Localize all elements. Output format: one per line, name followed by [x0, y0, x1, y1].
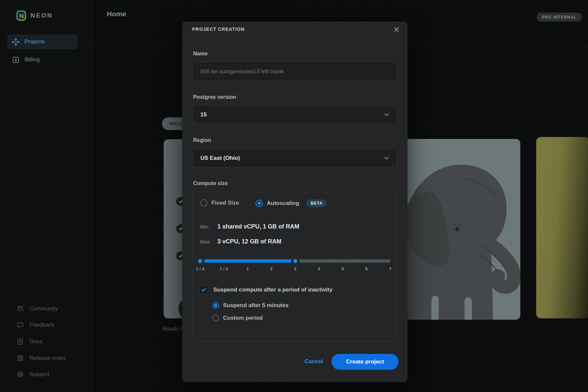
brand-wordmark: NEON: [31, 12, 53, 19]
suspend-5min-label: Suspend after 5 minutes: [223, 302, 288, 309]
tick-label: 7: [389, 266, 391, 271]
release-notes-icon: [17, 355, 24, 362]
svg-text:$: $: [15, 58, 17, 62]
checkbox-checked-icon[interactable]: [199, 285, 208, 294]
card-caption: Ready to: [163, 326, 185, 332]
slider-min-handle[interactable]: [196, 257, 204, 265]
sidebar-item-label: Projects: [25, 38, 45, 45]
billing-icon: $: [12, 56, 20, 64]
tick-label: 3: [294, 266, 296, 271]
tick-label: 1 / 4: [196, 266, 204, 271]
sidebar-item-support[interactable]: Support: [17, 371, 49, 378]
max-value: 3 vCPU, 12 GB of RAM: [217, 238, 281, 245]
max-label: Max:: [200, 239, 217, 244]
postgres-version-label: Postgres version: [193, 94, 236, 100]
compute-size-label: Compute size: [193, 180, 228, 186]
autoscaling-radio[interactable]: Autoscaling BETA: [256, 199, 327, 207]
tick-label: 2: [270, 266, 272, 271]
name-input[interactable]: [193, 62, 397, 81]
neon-logo-icon: [16, 10, 26, 21]
project-creation-modal: PROJECT CREATION Name Postgres version 1…: [182, 22, 407, 382]
postgres-version-value: 15: [200, 111, 207, 118]
region-select[interactable]: US East (Ohio): [193, 149, 397, 167]
tick-label: 5: [341, 266, 344, 271]
tick-label: 1 / 2: [220, 266, 228, 271]
chevron-down-icon: [383, 155, 390, 162]
compute-size-panel: Fixed Size Autoscaling BETA Min: 1 share…: [193, 192, 397, 342]
region-label: Region: [193, 137, 211, 143]
region-value: US East (Ohio): [200, 155, 240, 162]
modal-header: PROJECT CREATION: [182, 22, 407, 37]
yellow-card: [536, 137, 588, 318]
projects-icon: [12, 38, 20, 46]
radio-icon: [200, 199, 207, 207]
min-label: Min:: [200, 224, 217, 229]
slider-fill: [200, 259, 295, 263]
sidebar-item-docs[interactable]: Docs: [17, 338, 42, 345]
tick-label: 4: [318, 266, 320, 271]
custom-period-label: Custom period: [223, 315, 263, 321]
custom-period-radio[interactable]: Custom period: [212, 315, 263, 321]
sidebar-item-label: Community: [30, 305, 58, 312]
plan-badge: PRO INTERNAL: [537, 13, 582, 22]
suspend-checkbox-row[interactable]: Suspend compute after a period of inacti…: [199, 285, 332, 294]
slider-max-handle[interactable]: [291, 257, 300, 265]
cancel-button[interactable]: Cancel: [305, 358, 323, 365]
sidebar-item-label: Release notes: [30, 355, 66, 361]
autoscaling-label: Autoscaling: [267, 200, 299, 207]
compute-max-row: Max: 3 vCPU, 12 GB of RAM: [200, 238, 281, 245]
support-icon: [17, 371, 24, 378]
brand-logo[interactable]: NEON: [16, 10, 53, 21]
sidebar-item-label: Feedback: [30, 322, 54, 328]
fixed-size-radio[interactable]: Fixed Size: [200, 199, 239, 207]
tick-label: 6: [365, 266, 368, 271]
sidebar-item-projects[interactable]: Projects: [7, 34, 78, 49]
tick-label: 1: [247, 266, 249, 271]
compute-slider[interactable]: [200, 259, 390, 263]
sidebar-item-release-notes[interactable]: Release notes: [17, 355, 66, 362]
feedback-icon: [17, 321, 24, 329]
suspend-label: Suspend compute after a period of inacti…: [213, 287, 332, 293]
chevron-down-icon: [383, 111, 390, 118]
sidebar-item-billing[interactable]: $ Billing: [7, 52, 78, 67]
slider-ticks: 1 / 4 1 / 2 1 2 3 4 5 6 7: [200, 266, 390, 272]
app-screen: NEON Projects $ Billing Community: [0, 0, 588, 392]
name-label: Name: [193, 51, 208, 57]
sidebar-item-label: Support: [30, 371, 49, 378]
modal-title: PROJECT CREATION: [192, 27, 245, 32]
min-value: 1 shared vCPU, 1 GB of RAM: [217, 223, 299, 230]
radio-selected-icon: [212, 302, 219, 309]
fixed-size-label: Fixed Size: [211, 200, 239, 206]
community-icon: [17, 305, 24, 312]
radio-selected-icon: [256, 200, 263, 207]
page-title: Home: [107, 10, 126, 18]
sidebar: NEON Projects $ Billing Community: [0, 0, 92, 392]
sidebar-item-label: Docs: [30, 338, 42, 345]
close-icon[interactable]: [392, 25, 401, 34]
sidebar-item-feedback[interactable]: Feedback: [17, 321, 54, 329]
sidebar-item-community[interactable]: Community: [17, 305, 58, 312]
docs-icon: [17, 338, 24, 345]
create-project-button[interactable]: Create project: [331, 354, 399, 370]
sidebar-item-label: Billing: [25, 56, 39, 63]
compute-min-row: Min: 1 shared vCPU, 1 GB of RAM: [200, 223, 299, 230]
suspend-5min-radio[interactable]: Suspend after 5 minutes: [212, 302, 288, 309]
beta-badge: BETA: [306, 199, 327, 207]
postgres-version-select[interactable]: 15: [193, 105, 397, 124]
radio-icon: [212, 315, 219, 321]
